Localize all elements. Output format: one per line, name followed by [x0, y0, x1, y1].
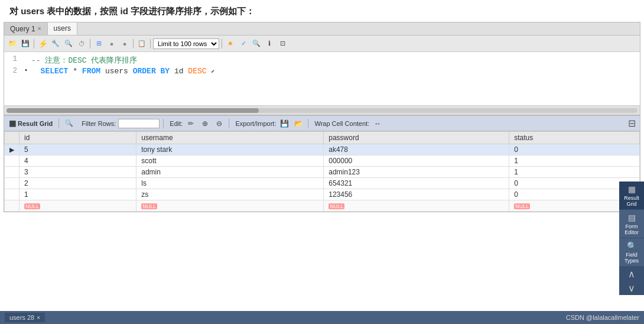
- form-editor-btn[interactable]: ▤ FormEditor: [619, 210, 644, 238]
- arrow-up-btn[interactable]: ∧: [619, 267, 644, 281]
- result-grid-label: Result Grid: [18, 120, 53, 127]
- editor-toolbar: 📁 💾 ⚡ 🔧 🔍 ⏱ ⊞ ● ● 📋 Limit to 100 rows ★ …: [4, 35, 640, 52]
- row-indicator: [5, 167, 19, 178]
- sep4: [150, 39, 151, 48]
- cell-username[interactable]: tony stark: [136, 144, 324, 155]
- cell-username[interactable]: ls: [136, 178, 324, 189]
- export-btn[interactable]: ⊡: [277, 38, 288, 50]
- open-btn[interactable]: 📁: [6, 38, 18, 50]
- grid-btn[interactable]: ⊞: [93, 38, 105, 50]
- status-tabs: users 28 ×: [5, 313, 45, 322]
- filter-input[interactable]: [118, 119, 160, 128]
- table-wrapper: id username password status ▶ 5 tony sta…: [4, 131, 640, 212]
- result-panel: ▦ Result Grid 🔍 Filter Rows: Edit: ✏ ⊕ ⊖…: [4, 115, 640, 212]
- result-grid-side-btn[interactable]: ▦ ResultGrid: [619, 182, 644, 210]
- sep2: [90, 39, 90, 48]
- edit-add-btn[interactable]: ⊕: [199, 118, 211, 129]
- import-btn[interactable]: 📋: [136, 38, 148, 50]
- result-sep3: [229, 119, 229, 128]
- col-password[interactable]: password: [324, 132, 509, 144]
- row-indicator: [5, 155, 19, 167]
- table-row[interactable]: ▶ 5 tony stark ak478 0: [5, 144, 640, 155]
- tab-query1-close[interactable]: ×: [38, 25, 41, 32]
- row-indicator: [5, 178, 19, 189]
- table-row[interactable]: 2 ls 654321 0: [5, 178, 640, 189]
- table-header-row: id username password status: [5, 132, 640, 144]
- scroll-thumb[interactable]: [6, 108, 259, 113]
- limit-select[interactable]: Limit to 100 rows: [153, 38, 219, 49]
- export-label: Export/Import:: [235, 120, 276, 127]
- code-editor[interactable]: 1 -- 注意：DESC 代表降序排序 2 • SELECT * FROM us…: [4, 52, 640, 105]
- cell-id[interactable]: 2: [19, 178, 136, 189]
- right-side-panel: ▦ ResultGrid ▤ FormEditor 🔍 FieldTypes ∧…: [619, 182, 644, 295]
- field-types-btn[interactable]: 🔍 FieldTypes: [619, 238, 644, 267]
- timer-btn[interactable]: ⏱: [76, 38, 87, 50]
- table-row[interactable]: 4 scott 000000 1: [5, 155, 640, 167]
- result-sep1: [58, 119, 59, 128]
- stop-btn[interactable]: ●: [106, 38, 118, 50]
- import-btn2[interactable]: 📂: [292, 118, 304, 129]
- edit-del-btn[interactable]: ⊖: [213, 118, 225, 129]
- col-username[interactable]: username: [136, 132, 324, 144]
- col-status[interactable]: status: [509, 132, 640, 144]
- export-btn2[interactable]: 💾: [278, 118, 290, 129]
- stop2-btn[interactable]: ●: [119, 38, 131, 50]
- table-row[interactable]: 1 zs 123456 0: [5, 189, 640, 200]
- cell-username[interactable]: zs: [136, 189, 324, 200]
- result-grid-icon: ▦: [9, 119, 16, 128]
- result-toolbar: ▦ Result Grid 🔍 Filter Rows: Edit: ✏ ⊕ ⊖…: [4, 116, 640, 131]
- arrow-down-btn[interactable]: ∨: [619, 281, 644, 295]
- cell-password[interactable]: 654321: [324, 178, 509, 189]
- row-indicator: [5, 189, 19, 200]
- result-grid-btn[interactable]: ▦ Result Grid: [6, 118, 55, 128]
- search-btn[interactable]: 🔍: [63, 38, 74, 50]
- table-row[interactable]: 3 admin admin123 1: [5, 167, 640, 178]
- editor-scrollbar[interactable]: [4, 105, 640, 115]
- cell-password[interactable]: 123456: [324, 189, 509, 200]
- cell-status[interactable]: 0: [509, 144, 640, 155]
- scroll-track[interactable]: [6, 108, 638, 113]
- status-tab-users[interactable]: users 28 ×: [5, 313, 45, 322]
- star-btn[interactable]: ★: [225, 38, 236, 50]
- cell-password[interactable]: ak478: [324, 144, 509, 155]
- edit-pencil-btn[interactable]: ✏: [185, 118, 197, 129]
- cell-id[interactable]: 4: [19, 155, 136, 167]
- new-row[interactable]: NULL NULL NULL NULL: [5, 200, 640, 212]
- panel-toggle-btn[interactable]: ⊟: [626, 118, 638, 129]
- arrow-down-icon: ∨: [628, 283, 635, 294]
- sep3: [133, 39, 134, 48]
- settings-btn[interactable]: 🔧: [50, 38, 61, 50]
- col-id[interactable]: id: [19, 132, 136, 144]
- cell-username[interactable]: scott: [136, 155, 324, 167]
- info-btn[interactable]: ℹ: [264, 38, 275, 50]
- tab-bar: Query 1 × users: [4, 22, 640, 35]
- check-btn[interactable]: ✓: [238, 38, 249, 50]
- cell-password[interactable]: admin123: [324, 167, 509, 178]
- result-grid-side-icon: ▦: [628, 184, 636, 194]
- tab-query1[interactable]: Query 1 ×: [4, 22, 48, 35]
- col-indicator: [5, 132, 19, 144]
- cell-username[interactable]: admin: [136, 167, 324, 178]
- cell-password[interactable]: 000000: [324, 155, 509, 167]
- cell-id[interactable]: 1: [19, 189, 136, 200]
- code-line-1: 1 -- 注意：DESC 代表降序排序: [4, 54, 640, 66]
- cell-null-username: NULL: [136, 200, 324, 212]
- run-btn[interactable]: ⚡: [37, 38, 48, 50]
- filter-icon-btn[interactable]: 🔍: [63, 119, 76, 128]
- code-line-2: 2 • SELECT * FROM users ORDER BY id DESC…: [4, 66, 640, 76]
- status-tab-label: users 28: [9, 314, 34, 321]
- cell-id[interactable]: 5: [19, 144, 136, 155]
- cell-status[interactable]: 1: [509, 155, 640, 167]
- zoom-btn[interactable]: 🔍: [251, 38, 262, 50]
- cell-id[interactable]: 3: [19, 167, 136, 178]
- filter-icon: 🔍: [65, 119, 73, 127]
- cursor-icon: ⬋: [211, 68, 215, 75]
- status-tab-close[interactable]: ×: [37, 315, 40, 321]
- sep5: [222, 39, 222, 48]
- result-sep4: [308, 119, 308, 128]
- data-table: id username password status ▶ 5 tony sta…: [4, 131, 640, 212]
- save-btn[interactable]: 💾: [19, 38, 31, 50]
- cell-status[interactable]: 1: [509, 167, 640, 178]
- wrap-btn[interactable]: ↔: [372, 118, 383, 129]
- tab-users[interactable]: users: [48, 22, 77, 35]
